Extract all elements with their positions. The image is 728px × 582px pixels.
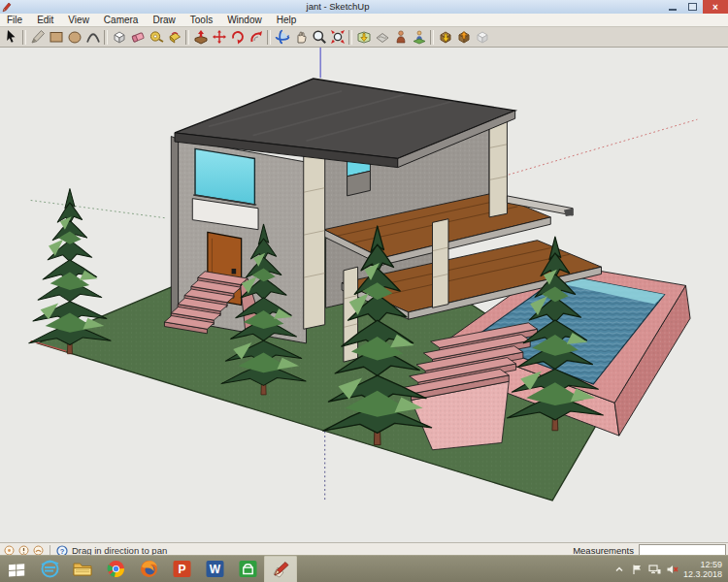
line-tool-button[interactable] [28, 28, 47, 46]
share-model-icon [456, 29, 472, 45]
make-component-icon [112, 29, 127, 45]
menu-tools[interactable]: Tools [190, 15, 213, 25]
toolbar-separator [22, 30, 26, 45]
firefox-icon [139, 559, 159, 579]
upload-component-button[interactable] [473, 28, 491, 46]
clock-time: 12:59 [683, 560, 722, 569]
pan-hand-icon [293, 29, 309, 45]
paint-bucket-button[interactable] [165, 28, 183, 46]
sketchup-window: jant - SketchUp × File Edit View Camera … [0, 0, 728, 555]
line-pencil-icon [30, 29, 46, 45]
svg-text:W: W [209, 563, 220, 576]
move-icon [212, 29, 227, 45]
start-button[interactable] [0, 556, 33, 582]
title-bar: jant - SketchUp × [0, 0, 728, 14]
folder-icon [72, 559, 93, 580]
restore-button[interactable] [682, 0, 703, 14]
sketchup-taskbar-icon [270, 559, 291, 580]
pan-tool-button[interactable] [291, 28, 310, 46]
move-tool-button[interactable] [210, 28, 228, 46]
orbit-icon [275, 29, 290, 45]
make-component-button[interactable] [110, 28, 128, 46]
menu-edit[interactable]: Edit [37, 15, 53, 25]
chrome-button[interactable] [99, 556, 132, 582]
toolbar [0, 27, 728, 48]
word-button[interactable]: W [198, 556, 231, 582]
photo-textures-button[interactable] [391, 28, 410, 46]
action-center-flag-icon[interactable] [631, 563, 644, 575]
push-pull-icon [193, 29, 209, 45]
svg-text:P: P [178, 563, 185, 576]
add-location-button[interactable] [354, 28, 373, 46]
volume-muted-icon[interactable] [666, 563, 678, 575]
tape-measure-button[interactable] [147, 28, 165, 46]
zoom-icon [312, 29, 327, 45]
microsoft-store-button[interactable] [231, 556, 264, 582]
column-right [489, 114, 507, 217]
close-button[interactable]: × [703, 0, 728, 14]
taskbar-clock[interactable]: 12:59 12.3.2018 [683, 560, 722, 579]
photo-textures-icon [393, 29, 409, 45]
clock-date: 12.3.2018 [683, 569, 722, 579]
rectangle-tool-button[interactable] [47, 28, 65, 46]
push-pull-button[interactable] [191, 28, 210, 46]
offset-icon [248, 29, 264, 45]
preview-google-earth-button[interactable] [410, 28, 428, 46]
column-front [304, 149, 325, 329]
zoom-extents-icon [330, 29, 346, 45]
powerpoint-button[interactable]: P [165, 556, 198, 582]
toggle-terrain-icon [375, 29, 390, 45]
sketchup-taskbar-button[interactable] [264, 556, 297, 582]
arc-tool-button[interactable] [83, 28, 102, 46]
circle-tool-button[interactable] [65, 28, 83, 46]
internet-explorer-icon [40, 559, 60, 579]
arc-tool-icon [85, 29, 101, 45]
menu-bar: File Edit View Camera Draw Tools Window … [0, 14, 728, 27]
share-model-button[interactable] [454, 28, 473, 46]
menu-draw[interactable]: Draw [152, 15, 175, 25]
system-tray: 12:59 12.3.2018 [613, 560, 728, 579]
menu-camera[interactable]: Camera [104, 15, 139, 25]
get-models-button[interactable] [436, 28, 454, 46]
column-mid [433, 219, 448, 308]
upload-component-icon [475, 29, 490, 45]
eraser-tool-button[interactable] [128, 28, 147, 46]
toolbar-separator [104, 30, 108, 45]
zoom-tool-button[interactable] [310, 28, 328, 46]
zoom-extents-button[interactable] [328, 28, 347, 46]
add-location-icon [356, 29, 372, 45]
menu-window[interactable]: Window [227, 15, 262, 25]
left-wall-edge [171, 137, 178, 321]
toolbar-separator [267, 30, 271, 45]
microsoft-store-icon [238, 559, 258, 579]
window-title: jant - SketchUp [14, 0, 662, 14]
select-tool-button[interactable] [2, 28, 20, 46]
internet-explorer-button[interactable] [33, 556, 66, 582]
toggle-terrain-button[interactable] [373, 28, 391, 46]
rotate-tool-button[interactable] [228, 28, 247, 46]
drawing-viewport[interactable] [0, 48, 728, 542]
network-icon[interactable] [648, 563, 661, 575]
toolbar-separator [430, 30, 434, 45]
preview-google-earth-icon [412, 29, 427, 45]
select-arrow-icon [4, 29, 19, 45]
eraser-icon [130, 29, 146, 45]
powerpoint-icon: P [172, 559, 192, 579]
menu-view[interactable]: View [68, 15, 89, 25]
firefox-button[interactable] [132, 556, 165, 582]
menu-file[interactable]: File [7, 15, 22, 25]
door-knob [232, 269, 237, 274]
svg-text:?: ? [59, 546, 64, 555]
file-explorer-button[interactable] [66, 556, 99, 582]
chrome-icon [106, 559, 126, 579]
toolbar-separator [348, 30, 352, 45]
menu-help[interactable]: Help [277, 15, 297, 25]
orbit-tool-button[interactable] [273, 28, 291, 46]
rectangle-tool-icon [49, 29, 64, 45]
sketchup-app-icon [0, 2, 14, 13]
offset-tool-button[interactable] [247, 28, 265, 46]
hidden-icons-button[interactable] [613, 563, 626, 575]
model-scene[interactable] [0, 48, 728, 542]
word-icon: W [205, 559, 225, 579]
minimize-button[interactable] [662, 0, 682, 14]
